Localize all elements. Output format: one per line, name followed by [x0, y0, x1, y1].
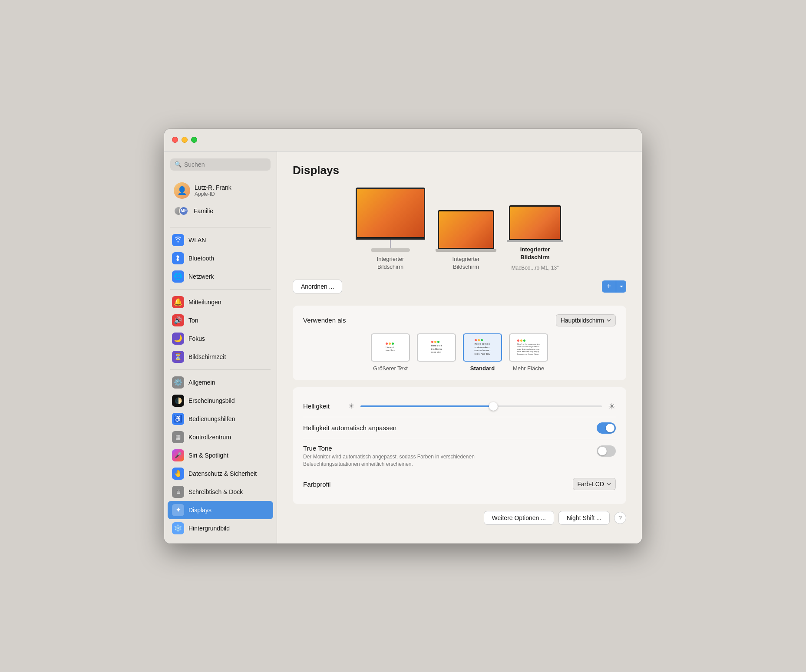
fokus-icon: 🌙 — [172, 333, 184, 345]
sidebar-item-label-datenschutz: Datenschutz & Sicherheit — [188, 470, 257, 477]
sidebar-item-erscheinungsbild[interactable]: 🌓 Erscheinungsbild — [168, 392, 273, 410]
weitere-optionen-button[interactable]: Weitere Optionen ... — [484, 511, 554, 525]
sidebar-divider-2 — [170, 289, 271, 290]
brightness-slider[interactable] — [360, 405, 602, 407]
res-option-groesser[interactable]: Here's ttroublem Größerer Text — [371, 333, 410, 372]
res-label-standard: Standard — [470, 365, 495, 372]
imac-screen — [356, 188, 425, 240]
display-label-imac: IntegrierterBildschirm — [377, 255, 404, 271]
display-label-laptop: IntegrierterBildschirm — [453, 255, 480, 271]
sidebar-item-bluetooth[interactable]: Bluetooth — [168, 249, 273, 267]
brightness-fill — [360, 405, 493, 407]
schreibtisch-icon: 🖥 — [172, 486, 184, 498]
farbprofil-value: Farb-LCD — [578, 481, 604, 488]
true-tone-label: True Tone — [303, 445, 529, 452]
farbprofil-dropdown[interactable]: Farb-LCD — [573, 478, 616, 490]
titlebar — [164, 129, 642, 152]
display-previews: IntegrierterBildschirm IntegrierterBilds… — [293, 188, 626, 271]
sidebar-item-displays[interactable]: ✦ Displays — [168, 501, 273, 519]
display-preview-laptop[interactable]: IntegrierterBildschirm — [436, 210, 496, 271]
search-input[interactable] — [184, 161, 266, 168]
laptop-screen — [438, 210, 494, 249]
sidebar-item-mitteilungen[interactable]: 🔔 Mitteilungen — [168, 293, 273, 311]
res-label-mehr-flaeche: Mehr Fläche — [513, 365, 544, 372]
res-option-medium1[interactable]: Here's to ttroublemaones who — [417, 333, 456, 372]
sidebar-item-label-displays: Displays — [188, 507, 211, 514]
laptop-monitor — [436, 210, 496, 252]
sidebar-item-wlan[interactable]: WLAN — [168, 231, 273, 249]
help-button[interactable]: ? — [614, 512, 626, 524]
user-section: 👤 Lutz-R. Frank Apple-ID MF Familie — [164, 177, 277, 224]
displays-icon: ✦ — [172, 504, 184, 516]
helligkeit-auto-toggle[interactable] — [597, 422, 616, 434]
sidebar-item-ton[interactable]: 🔊 Ton — [168, 311, 273, 329]
sidebar-item-label-fokus: Fokus — [188, 335, 205, 342]
sidebar-item-bildschirmzeit[interactable]: ⏳ Bildschirmzeit — [168, 348, 273, 366]
avatar: 👤 — [174, 182, 190, 199]
datenschutz-icon: 🤚 — [172, 468, 184, 480]
sidebar-divider-1 — [170, 227, 271, 227]
res-option-mehr-flaeche[interactable]: Here's to the crazy ones whosees who see… — [509, 333, 548, 372]
sidebar-item-label-bedienungshilfen: Bedienungshilfen — [188, 415, 235, 422]
res-preview-mehr-flaeche: Here's to the crazy ones whosees who see… — [509, 333, 548, 362]
true-tone-text-group: True Tone Der Monitor wird automatisch a… — [303, 445, 529, 468]
display-controls: Anordnen ... + — [293, 280, 626, 293]
wlan-icon — [172, 234, 184, 246]
hauptbildschirm-value: Hauptbildschirm — [561, 317, 604, 324]
night-shift-button[interactable]: Night Shift ... — [558, 511, 610, 525]
siri-icon: 🎤 — [172, 449, 184, 461]
sidebar-item-fokus[interactable]: 🌙 Fokus — [168, 329, 273, 348]
allgemein-icon: ⚙️ — [172, 376, 184, 389]
res-preview-groesser: Here's ttroublem — [371, 333, 410, 362]
helligkeit-auto-row: Helligkeit automatisch anpassen — [303, 417, 616, 439]
sidebar-item-siri[interactable]: 🎤 Siri & Spotlight — [168, 446, 273, 464]
add-display-group: + — [602, 280, 626, 293]
laptop-hinge — [436, 249, 496, 252]
res-label-groesser: Größerer Text — [373, 365, 408, 372]
res-inner-mehr-flaeche: Here's to the crazy ones whosees who see… — [515, 337, 542, 357]
mitteilungen-icon: 🔔 — [172, 296, 184, 308]
true-tone-toggle[interactable] — [597, 445, 616, 457]
helligkeit-auto-label: Helligkeit automatisch anpassen — [303, 424, 396, 432]
sidebar-item-bedienungshilfen[interactable]: ♿ Bedienungshilfen — [168, 410, 273, 428]
add-display-button[interactable]: + — [602, 280, 616, 293]
macbook-monitor — [507, 205, 563, 242]
bildschirmzeit-icon: ⏳ — [172, 351, 184, 363]
true-tone-sub: Der Monitor wird automatisch angepasst, … — [303, 453, 529, 468]
sidebar-item-kontrollzentrum[interactable]: ▦ Kontrollzentrum — [168, 428, 273, 446]
display-preview-imac[interactable]: IntegrierterBildschirm — [356, 188, 425, 271]
sidebar-item-label-schreibtisch: Schreibtisch & Dock — [188, 488, 243, 495]
brightness-thumb[interactable] — [489, 402, 498, 411]
close-button[interactable] — [172, 137, 178, 143]
kontrollzentrum-icon: ▦ — [172, 431, 184, 443]
sidebar-item-datenschutz[interactable]: 🤚 Datenschutz & Sicherheit — [168, 464, 273, 483]
display-preview-macbook[interactable]: IntegrierterBildschirm MacBoo...ro M1, 1… — [507, 205, 563, 271]
hauptbildschirm-dropdown[interactable]: Hauptbildschirm — [556, 314, 616, 326]
res-option-standard[interactable]: Here's to the ctroublemakers.ones who se… — [463, 333, 502, 372]
toggle-thumb-true-tone — [598, 447, 607, 455]
add-display-dropdown-button[interactable] — [616, 280, 626, 293]
macbook-screen — [509, 205, 561, 240]
sidebar-item-schreibtisch[interactable]: 🖥 Schreibtisch & Dock — [168, 483, 273, 501]
res-preview-medium1: Here's to ttroublemaones who — [417, 333, 456, 362]
sidebar-item-hintergrundbild[interactable]: ❄️ Hintergrundbild — [168, 519, 273, 537]
bottom-bar: Weitere Optionen ... Night Shift ... ? — [293, 511, 626, 525]
maximize-button[interactable] — [191, 137, 197, 143]
traffic-lights — [172, 137, 197, 143]
search-box[interactable]: 🔍 — [170, 158, 271, 171]
verwenden-als-row: Verwenden als Hauptbildschirm — [303, 314, 616, 326]
family-item[interactable]: MF Familie — [170, 203, 271, 219]
sidebar-item-label-siri: Siri & Spotlight — [188, 452, 228, 459]
system-preferences-window: 🔍 👤 Lutz-R. Frank Apple-ID MF Fami — [164, 129, 642, 544]
resolution-options: Here's ttroublem Größerer Text Here's to… — [303, 333, 616, 372]
family-avatar-2: MF — [179, 206, 188, 216]
sidebar-item-netzwerk[interactable]: 🌐 Netzwerk — [168, 267, 273, 286]
res-preview-standard: Here's to the ctroublemakers.ones who se… — [463, 333, 502, 362]
minimize-button[interactable] — [182, 137, 188, 143]
arrange-button[interactable]: Anordnen ... — [293, 280, 342, 293]
sidebar-item-label-bildschirmzeit: Bildschirmzeit — [188, 353, 226, 360]
user-profile-item[interactable]: 👤 Lutz-R. Frank Apple-ID — [170, 180, 271, 201]
sidebar-item-allgemein[interactable]: ⚙️ Allgemein — [168, 373, 273, 392]
search-icon: 🔍 — [175, 161, 182, 168]
sidebar-divider-3 — [170, 369, 271, 370]
